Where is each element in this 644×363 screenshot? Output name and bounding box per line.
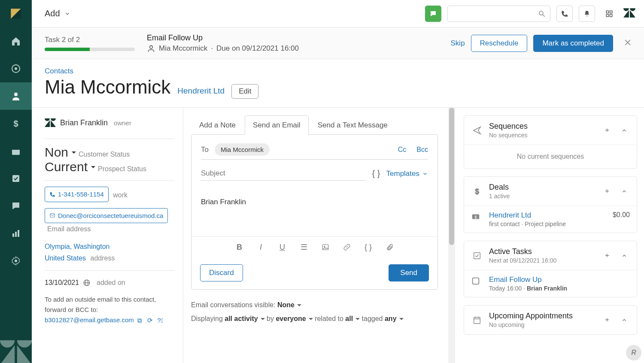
svg-rect-31	[474, 317, 480, 324]
tasks-icon	[471, 251, 483, 260]
attach-icon[interactable]	[385, 242, 395, 252]
nav-calendar[interactable]	[0, 137, 32, 165]
author-filter[interactable]: everyone	[276, 312, 313, 326]
floating-badge[interactable]: R	[626, 345, 641, 360]
nav-tasks[interactable]	[0, 165, 32, 192]
mark-complete-button[interactable]: Mark as completed	[533, 35, 613, 52]
left-nav: $	[0, 0, 32, 363]
cc-button[interactable]: Cc	[398, 146, 407, 154]
help-icon[interactable]: ?⃝	[156, 317, 164, 324]
sequences-empty: No current sequences	[464, 145, 637, 168]
sequences-panel: Sequences No sequences ＋ No current sequ…	[464, 115, 637, 169]
templates-dropdown[interactable]: Templates	[386, 169, 428, 178]
owner-name[interactable]: Brian Franklin	[60, 118, 108, 127]
scrollbar[interactable]	[448, 108, 455, 363]
add-label: Add	[45, 9, 60, 18]
copy-icon[interactable]: ⧉	[136, 317, 143, 324]
appointments-add[interactable]: ＋	[601, 315, 613, 326]
nav-zendesk-icon[interactable]	[0, 342, 32, 363]
appointments-panel: Upcoming Appointments No upcoming ＋	[464, 305, 637, 335]
task-due: Due on 09/12/2021 16:00	[216, 44, 299, 53]
nav-settings[interactable]	[0, 247, 32, 275]
task-person[interactable]: Mia Mccormick	[159, 44, 207, 53]
related-filter[interactable]: all	[345, 312, 360, 326]
close-task-button[interactable]	[623, 38, 634, 48]
customer-status-dropdown[interactable]: Non	[45, 145, 76, 160]
visibility-dropdown[interactable]: None	[277, 298, 301, 312]
skip-button[interactable]: Skip	[451, 39, 465, 48]
activity-filter[interactable]: all activity	[225, 312, 264, 326]
subject-input[interactable]	[201, 166, 366, 181]
refresh-icon[interactable]: ⟳	[146, 317, 154, 324]
svg-rect-15	[606, 11, 608, 13]
task-row[interactable]: Email Follow Up Today 16:00 · Brian Fran…	[464, 270, 637, 297]
contact-company[interactable]: Hendrerit Ltd	[177, 86, 225, 96]
prospect-status-dropdown[interactable]: Current	[45, 160, 95, 174]
apps-icon-button[interactable]	[601, 6, 617, 22]
svg-rect-18	[610, 14, 612, 16]
to-label: To	[201, 145, 209, 154]
image-icon[interactable]	[320, 242, 331, 252]
deals-icon: $	[471, 187, 483, 196]
tab-text[interactable]: Send a Text Message	[310, 115, 396, 135]
tab-note[interactable]: Add a Note	[191, 115, 244, 135]
task-checkbox[interactable]	[471, 276, 480, 286]
deals-add[interactable]: ＋	[601, 186, 613, 197]
code-icon[interactable]: { }	[363, 242, 374, 252]
reschedule-button[interactable]: Reschedule	[471, 35, 528, 52]
sequences-collapse[interactable]	[619, 125, 630, 136]
bcc-button[interactable]: Bcc	[416, 146, 428, 154]
svg-point-12	[15, 260, 17, 262]
edit-button[interactable]: Edit	[231, 84, 258, 99]
underline-icon[interactable]: U	[277, 242, 288, 252]
compose-body[interactable]: Brian Franklin	[191, 181, 437, 236]
discard-button[interactable]: Discard	[200, 264, 243, 281]
svg-rect-20	[50, 214, 55, 217]
deal-row[interactable]: $ Hendrerit Ltd first contact · Project …	[464, 206, 637, 233]
sequences-add[interactable]: ＋	[601, 125, 613, 136]
deal-amount: $0.00	[613, 211, 630, 219]
tab-email[interactable]: Send an Email	[245, 115, 309, 135]
nav-reports[interactable]	[0, 220, 32, 247]
nav-deals[interactable]: $	[0, 110, 32, 137]
messages-icon-button[interactable]	[425, 6, 441, 22]
sequences-icon	[471, 126, 483, 135]
global-search[interactable]	[447, 6, 550, 22]
notifications-icon-button[interactable]	[579, 6, 595, 22]
appointments-collapse[interactable]	[619, 315, 630, 326]
breadcrumb-contacts[interactable]: Contacts	[45, 67, 631, 76]
search-input[interactable]	[452, 10, 538, 17]
forward-email-link[interactable]: b3012827@email.getbase.com	[45, 316, 134, 324]
svg-point-13	[539, 11, 543, 15]
to-recipient-pill[interactable]: Mia Mccormick	[215, 143, 270, 156]
bold-icon[interactable]: B	[234, 242, 245, 252]
svg-rect-16	[610, 11, 612, 13]
compose-tabs: Add a Note Send an Email Send a Text Mes…	[191, 115, 438, 135]
tasks-collapse[interactable]	[619, 250, 630, 261]
tasks-add[interactable]: ＋	[601, 250, 613, 261]
nav-home[interactable]	[0, 27, 32, 55]
svg-rect-8	[12, 175, 19, 182]
italic-icon[interactable]: I	[256, 242, 266, 252]
add-dropdown[interactable]: Add	[45, 9, 70, 18]
send-button[interactable]: Send	[389, 264, 429, 281]
format-toolbar: B I U ☰ { }	[191, 236, 437, 257]
email-chip[interactable]: Donec@orciconsectetuereuismod.ca	[45, 208, 168, 224]
location-line2[interactable]: United States	[45, 254, 86, 262]
nav-record[interactable]	[0, 55, 32, 82]
topbar: Add	[32, 0, 644, 27]
nav-contacts[interactable]	[0, 82, 32, 110]
list-icon[interactable]: ☰	[299, 242, 309, 252]
side-panels: Sequences No sequences ＋ No current sequ…	[455, 108, 644, 363]
svg-point-3	[15, 67, 17, 70]
merge-fields-icon[interactable]: { }	[372, 169, 380, 178]
location-line1[interactable]: Olympia, Washington	[45, 241, 174, 252]
tag-filter[interactable]: any	[385, 312, 404, 326]
phone-icon-button[interactable]	[556, 6, 573, 22]
deals-collapse[interactable]	[619, 186, 630, 197]
phone-chip[interactable]: 1-341-558-1154	[45, 187, 109, 202]
link-icon[interactable]	[342, 242, 352, 252]
nav-chat[interactable]	[0, 192, 32, 220]
svg-rect-10	[15, 232, 17, 237]
svg-line-14	[543, 15, 545, 17]
